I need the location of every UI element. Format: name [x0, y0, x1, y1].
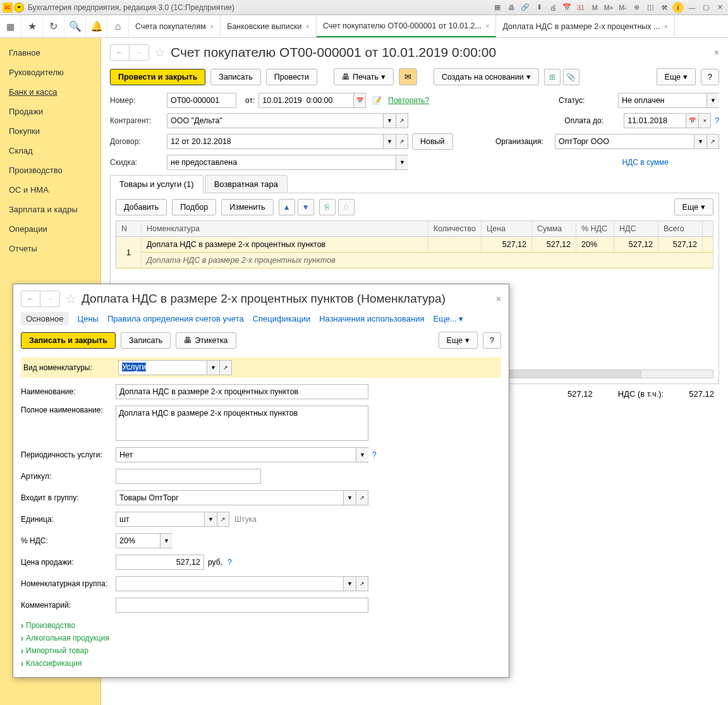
calc-icon[interactable]: ⬇ [533, 2, 545, 13]
forward-icon[interactable]: → [40, 291, 59, 306]
dropdown-icon[interactable]: ▼ [356, 447, 368, 462]
tab-close-icon[interactable]: × [210, 23, 214, 30]
tab-return-packaging[interactable]: Возвратная тара [205, 175, 288, 193]
dlgtab-usage[interactable]: Назначения использования [319, 314, 424, 323]
open-icon[interactable]: ↗ [396, 113, 408, 128]
clear-icon[interactable]: × [698, 113, 711, 128]
calendar-icon[interactable]: 📅 [353, 93, 366, 108]
notifications-icon[interactable]: 🔔 [86, 15, 107, 37]
expand-import[interactable]: Импортный товар [21, 644, 501, 657]
sidebar-item[interactable]: Покупки [0, 121, 100, 141]
group-input[interactable] [116, 490, 343, 505]
discount-select[interactable] [167, 155, 396, 170]
col-qty[interactable]: Количество [428, 221, 481, 237]
calendar-icon[interactable]: 📅 [686, 113, 698, 128]
sidebar-item[interactable]: Зарплата и кадры [0, 200, 100, 219]
period-help[interactable]: ? [372, 450, 377, 459]
table-row[interactable]: 1 Доплата НДС в размере 2-х процентных п… [116, 237, 713, 253]
dropdown-icon[interactable]: ▼ [343, 576, 356, 591]
info-icon[interactable]: i [672, 2, 684, 13]
sidebar-item[interactable]: Операции [0, 219, 100, 239]
back-icon[interactable]: ← [21, 291, 40, 306]
period-select[interactable] [116, 447, 356, 462]
expand-classification[interactable]: Классификация [21, 657, 501, 670]
dlg-save-button[interactable]: Записать [121, 332, 171, 349]
dlgtab-main[interactable]: Основное [21, 312, 69, 325]
dropdown-icon[interactable]: ▼ [694, 134, 707, 149]
back-icon[interactable]: ← [111, 45, 130, 60]
unit-input[interactable] [116, 512, 204, 527]
payuntil-input[interactable] [624, 113, 686, 128]
nomgroup-input[interactable] [116, 576, 343, 591]
open-icon[interactable]: ↗ [217, 512, 229, 527]
dlg-more-button[interactable]: Еще ▾ [439, 332, 478, 349]
contract-input[interactable] [167, 134, 383, 149]
name-input[interactable] [116, 384, 368, 399]
tools-icon[interactable]: 🛠 [658, 2, 670, 13]
m-icon[interactable]: M [589, 2, 600, 13]
help-button[interactable]: ? [701, 69, 719, 85]
home-icon[interactable]: ⌂ [107, 15, 129, 37]
expand-alcohol[interactable]: Алкогольная продукция [21, 632, 501, 644]
toolbar-icon[interactable]: ▦ [492, 2, 503, 13]
sidebar-item[interactable]: Руководителю [0, 63, 100, 82]
dlg-label-button[interactable]: 🖶 Этикетка [176, 332, 236, 349]
price-help[interactable]: ? [228, 558, 232, 567]
move-down-icon[interactable]: ▼ [298, 199, 314, 215]
more-button[interactable]: Еще ▾ [657, 68, 696, 85]
date-icon[interactable]: 31 [575, 2, 586, 13]
sidebar-item[interactable]: ОС и НМА [0, 180, 100, 200]
minimize-icon[interactable]: — [686, 2, 698, 13]
restore-icon[interactable]: ▢ [700, 2, 712, 13]
tab-close-icon[interactable]: × [664, 23, 667, 30]
close-icon[interactable]: ✕ [714, 2, 725, 13]
dlgtab-prices[interactable]: Цены [78, 314, 99, 323]
tab-close-icon[interactable]: × [306, 23, 310, 30]
dlg-help-button[interactable]: ? [483, 332, 501, 349]
tab-vat-addition[interactable]: Доплата НДС в размере 2-х процентных ...… [496, 15, 674, 37]
paste-icon[interactable]: ⎙ [338, 199, 355, 215]
dlgtab-specs[interactable]: Спецификации [253, 314, 311, 323]
copy-icon[interactable]: ⎘ [319, 199, 336, 215]
app-menu-dropdown[interactable] [14, 3, 24, 13]
dialog-close-icon[interactable]: × [496, 294, 501, 304]
sku-input[interactable] [116, 469, 261, 484]
open-icon[interactable]: ↗ [219, 360, 232, 375]
structure-icon[interactable]: ⊞ [544, 69, 561, 85]
dropdown-icon[interactable]: ▼ [207, 360, 219, 375]
pick-button[interactable]: Подбор [172, 199, 216, 215]
favorite-icon[interactable]: ★ [21, 15, 43, 37]
vat-select[interactable] [116, 533, 160, 548]
close-page-icon[interactable]: × [714, 47, 719, 57]
dropdown-icon[interactable]: ▼ [707, 93, 719, 108]
calendar-icon[interactable]: 📅 [561, 2, 573, 13]
tab-invoice-detail[interactable]: Счет покупателю ОТ00-000001 от 10.01.2..… [317, 15, 496, 37]
compose-icon[interactable]: 📝 [372, 96, 382, 105]
grid-more-button[interactable]: Еще ▾ [674, 198, 713, 215]
tab-invoices[interactable]: Счета покупателям× [129, 15, 221, 37]
open-icon[interactable]: ↗ [707, 134, 719, 149]
fullname-input[interactable]: Доплата НДС в размере 2-х процентных пун… [116, 406, 368, 441]
move-up-icon[interactable]: ▲ [279, 199, 295, 215]
dropdown-icon[interactable]: ▼ [343, 490, 356, 505]
write-button[interactable]: Записать [210, 69, 260, 85]
col-vat[interactable]: НДС [614, 221, 658, 237]
commit-close-button[interactable]: Провести и закрыть [110, 69, 205, 85]
col-name[interactable]: Номенклатура [142, 221, 428, 237]
dropdown-icon[interactable]: ▼ [204, 512, 217, 527]
template-icon[interactable]: 🖨 [547, 2, 559, 13]
sidebar-item[interactable]: Банк и касса [0, 82, 100, 102]
link-icon[interactable]: 🔗 [519, 2, 531, 13]
add-row-button[interactable]: Добавить [116, 199, 167, 215]
dropdown-icon[interactable]: ▼ [383, 113, 396, 128]
table-row-sub[interactable]: Доплата НДС в размере 2-х процентных пун… [116, 253, 713, 268]
search-icon[interactable]: 🔍 [64, 15, 86, 37]
col-price[interactable]: Цена [482, 221, 532, 237]
star-icon[interactable]: ☆ [154, 45, 166, 60]
org-input[interactable] [555, 134, 694, 149]
dropdown-icon[interactable]: ▼ [383, 134, 396, 149]
type-input[interactable]: Услуги [118, 360, 207, 375]
tab-close-icon[interactable]: × [485, 22, 489, 30]
star-icon[interactable]: ☆ [65, 291, 76, 306]
sidebar-item[interactable]: Производство [0, 160, 100, 180]
